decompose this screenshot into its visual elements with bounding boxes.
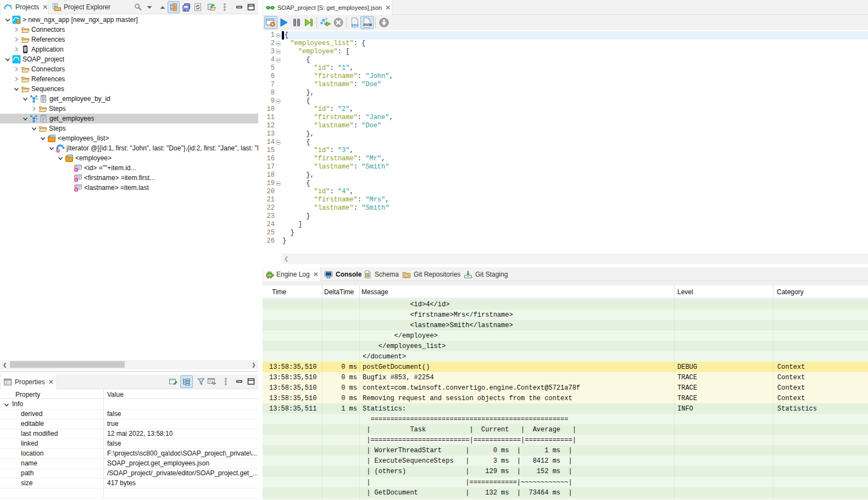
- svg-text:JS: JS: [57, 149, 60, 152]
- svg-text:xml: xml: [351, 23, 358, 27]
- svg-text:S: S: [366, 273, 369, 277]
- svg-text:GIT: GIT: [405, 276, 409, 278]
- svg-text:JSON: JSON: [363, 23, 372, 26]
